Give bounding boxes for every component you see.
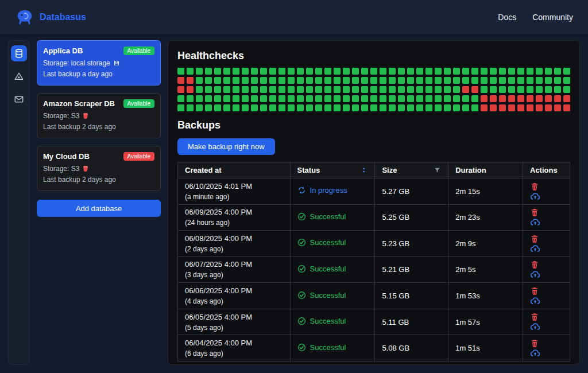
healthcheck-cell: [490, 86, 497, 93]
restore-backup-button[interactable]: [530, 269, 540, 279]
healthcheck-cell: [269, 77, 276, 84]
size-cell: 5.08 GB: [375, 335, 448, 362]
healthcheck-cell: [370, 68, 377, 75]
healthcheck-cell: [499, 95, 506, 102]
healthcheck-cell: [508, 95, 515, 102]
actions-cell: [523, 178, 570, 205]
healthcheck-cell: [462, 77, 469, 84]
healthcheck-cell: [435, 95, 442, 102]
healthcheck-cell: [251, 68, 258, 75]
healthcheck-cell: [260, 77, 267, 84]
healthcheck-cell: [187, 86, 194, 93]
brand[interactable]: Databasus: [15, 9, 86, 25]
backup-row: 06/09/2025 4:00 PM(24 hours ago)Successf…: [178, 204, 570, 231]
nav-link-docs[interactable]: Docs: [498, 13, 516, 22]
healthcheck-cell: [462, 104, 469, 111]
healthcheck-cell: [205, 95, 212, 102]
restore-backup-button[interactable]: [530, 321, 540, 332]
healthcheck-cell: [389, 77, 396, 84]
db-last-backup: Last backup 2 days ago: [43, 176, 154, 184]
size-cell: 5.11 GB: [375, 309, 448, 335]
restore-backup-button[interactable]: [530, 217, 540, 227]
created-at-cell: 06/05/2025 4:00 PM(5 days ago): [178, 309, 291, 335]
healthcheck-cell: [545, 68, 552, 75]
status-text: Successful: [310, 317, 346, 325]
trash-icon: [530, 208, 539, 217]
healthcheck-cell: [352, 104, 359, 111]
healthcheck-cell: [223, 77, 230, 84]
db-card-my-cloud[interactable]: My Cloud DB Available Storage: S3 Last b…: [37, 146, 161, 191]
delete-backup-button[interactable]: [530, 312, 539, 321]
healthcheck-cell: [471, 95, 478, 102]
healthcheck-cell: [251, 95, 258, 102]
healthcheck-cell: [334, 86, 341, 93]
healthcheck-cell: [260, 86, 267, 93]
actions-cell: [523, 231, 570, 257]
healthcheck-cell: [563, 95, 570, 102]
main-panel: Healthchecks Backups Make backup right n…: [168, 40, 580, 365]
created-at-cell: 06/10/2025 4:01 PM(a minute ago): [178, 178, 291, 205]
healthcheck-cell: [444, 77, 451, 84]
healthcheck-cell: [196, 86, 203, 93]
delete-backup-button[interactable]: [530, 339, 539, 348]
duration-cell: 2m 23s: [448, 204, 523, 231]
db-card-amazon-scraper[interactable]: Amazon Scraper DB Available Storage: S3 …: [37, 93, 161, 138]
page-body: Applica DB Available Storage: local stor…: [0, 36, 588, 373]
healthcheck-cell: [361, 86, 368, 93]
backup-row: 06/05/2025 4:00 PM(5 days ago)Successful…: [178, 309, 570, 335]
sort-icon[interactable]: [360, 166, 368, 174]
db-last-backup: Last backup a day ago: [43, 70, 154, 78]
healthcheck-cell: [269, 95, 276, 102]
healthchecks-grid: [177, 68, 570, 111]
healthcheck-cell: [288, 104, 295, 111]
healthcheck-cell: [508, 77, 515, 84]
healthcheck-cell: [407, 104, 414, 111]
delete-backup-button[interactable]: [530, 286, 539, 296]
healthcheck-cell: [490, 95, 497, 102]
healthcheck-cell: [536, 77, 543, 84]
healthcheck-cell: [425, 68, 432, 75]
db-card-applica[interactable]: Applica DB Available Storage: local stor…: [37, 40, 161, 86]
healthcheck-cell: [251, 77, 258, 84]
healthcheck-cell: [306, 95, 313, 102]
duration-cell: 1m 57s: [448, 309, 523, 335]
database-icon: [14, 48, 24, 59]
healthcheck-cell: [435, 86, 442, 93]
healthcheck-cell: [462, 95, 469, 102]
healthcheck-cell: [343, 95, 350, 102]
restore-backup-button[interactable]: [530, 191, 540, 201]
restore-backup-button[interactable]: [530, 243, 540, 254]
healthcheck-cell: [554, 68, 561, 75]
healthcheck-cell: [269, 68, 276, 75]
rail-item-databases[interactable]: [11, 45, 27, 61]
healthcheck-cell: [297, 86, 304, 93]
size-cell: 5.21 GB: [375, 257, 448, 283]
delete-backup-button[interactable]: [530, 182, 539, 191]
sidebar-rail: [8, 40, 30, 365]
restore-backup-button[interactable]: [530, 348, 540, 358]
rail-item-storages[interactable]: [11, 68, 27, 84]
status-cell: Successful: [290, 231, 375, 257]
availability-badge: Available: [123, 152, 154, 161]
healthcheck-cell: [527, 104, 533, 111]
rail-item-notifications[interactable]: [11, 91, 27, 107]
db-name: My Cloud DB: [43, 152, 90, 161]
healthcheck-cell: [214, 95, 221, 102]
healthcheck-cell: [517, 68, 524, 75]
healthcheck-cell: [517, 95, 524, 102]
nav-link-community[interactable]: Community: [532, 13, 573, 22]
healthcheck-cell: [205, 86, 212, 93]
healthcheck-cell: [177, 77, 184, 84]
make-backup-button[interactable]: Make backup right now: [177, 138, 275, 155]
healthcheck-cell: [205, 77, 212, 84]
filter-icon[interactable]: [434, 166, 441, 174]
status-cell: Successful: [290, 204, 375, 231]
delete-backup-button[interactable]: [530, 208, 539, 217]
delete-backup-button[interactable]: [530, 260, 539, 269]
healthcheck-cell: [453, 104, 460, 111]
add-database-button[interactable]: Add database: [37, 200, 161, 217]
healthcheck-cell: [324, 95, 331, 102]
healthcheck-cell: [517, 104, 524, 111]
restore-backup-button[interactable]: [530, 296, 540, 306]
delete-backup-button[interactable]: [530, 234, 539, 243]
